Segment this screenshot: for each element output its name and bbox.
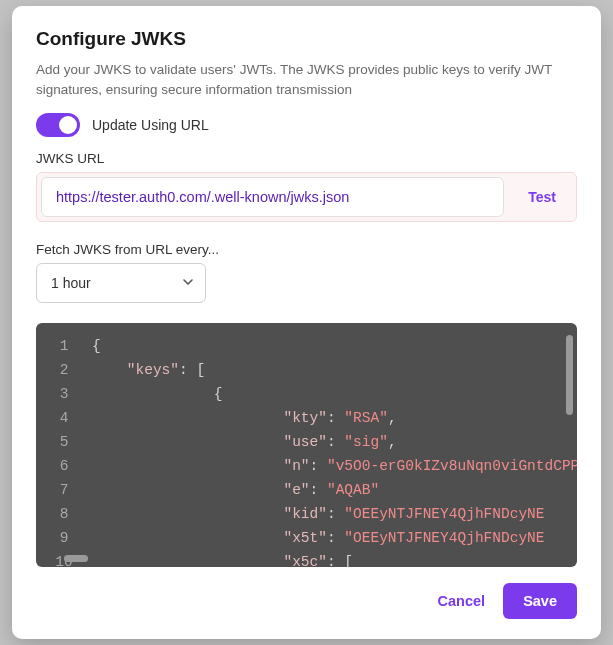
code-text: "e": "AQAB" (92, 479, 379, 503)
toggle-knob (59, 116, 77, 134)
update-using-url-label: Update Using URL (92, 117, 209, 133)
code-line: 2 "keys": [ (36, 359, 577, 383)
jwks-code-block: 1{2 "keys": [3 {4 "kty": "RSA",5 "use": … (36, 323, 577, 567)
jwks-url-input[interactable] (41, 177, 504, 217)
code-text: "x5c": [ (92, 551, 353, 567)
modal-footer: Cancel Save (36, 583, 577, 619)
line-number: 7 (36, 479, 92, 503)
fetch-interval-select[interactable]: 1 hour (36, 263, 206, 303)
code-line: 8 "kid": "OEEyNTJFNEY4QjhFNDcyNE (36, 503, 577, 527)
code-text: "x5t": "OEEyNTJFNEY4QjhFNDcyNE (92, 527, 545, 551)
horizontal-scrollbar[interactable] (64, 555, 88, 562)
code-text: "keys": [ (92, 359, 205, 383)
cancel-button[interactable]: Cancel (438, 593, 486, 609)
fetch-interval-wrap: 1 hour (36, 263, 206, 303)
code-text: "use": "sig", (92, 431, 397, 455)
jwks-url-row: Test (36, 172, 577, 222)
modal-subtitle: Add your JWKS to validate users' JWTs. T… (36, 60, 577, 99)
test-button[interactable]: Test (508, 173, 576, 221)
jwks-url-label: JWKS URL (36, 151, 577, 166)
line-number: 2 (36, 359, 92, 383)
code-line: 10 "x5c": [ (36, 551, 577, 567)
code-text: { (92, 383, 223, 407)
configure-jwks-modal: Configure JWKS Add your JWKS to validate… (12, 6, 601, 639)
code-line: 1{ (36, 335, 577, 359)
code-line: 3 { (36, 383, 577, 407)
line-number: 8 (36, 503, 92, 527)
code-text: "kty": "RSA", (92, 407, 397, 431)
line-number: 3 (36, 383, 92, 407)
line-number: 6 (36, 455, 92, 479)
save-button[interactable]: Save (503, 583, 577, 619)
code-text: { (92, 335, 101, 359)
fetch-interval-label: Fetch JWKS from URL every... (36, 242, 577, 257)
code-line: 4 "kty": "RSA", (36, 407, 577, 431)
update-using-url-toggle[interactable] (36, 113, 80, 137)
line-number: 1 (36, 335, 92, 359)
code-line: 9 "x5t": "OEEyNTJFNEY4QjhFNDcyNE (36, 527, 577, 551)
update-using-url-row: Update Using URL (36, 113, 577, 137)
code-line: 6 "n": "v5O0-erG0kIZv8uNqn0viGntdCPP7FyA… (36, 455, 577, 479)
modal-title: Configure JWKS (36, 28, 577, 50)
code-text: "kid": "OEEyNTJFNEY4QjhFNDcyNE (92, 503, 545, 527)
code-scroll-area[interactable]: 1{2 "keys": [3 {4 "kty": "RSA",5 "use": … (36, 323, 577, 567)
line-number: 5 (36, 431, 92, 455)
line-number: 9 (36, 527, 92, 551)
code-line: 5 "use": "sig", (36, 431, 577, 455)
code-text: "n": "v5O0-erG0kIZv8uNqn0viGntdCPP7FyAfF… (92, 455, 577, 479)
line-number: 4 (36, 407, 92, 431)
code-line: 7 "e": "AQAB" (36, 479, 577, 503)
vertical-scrollbar[interactable] (566, 335, 573, 415)
